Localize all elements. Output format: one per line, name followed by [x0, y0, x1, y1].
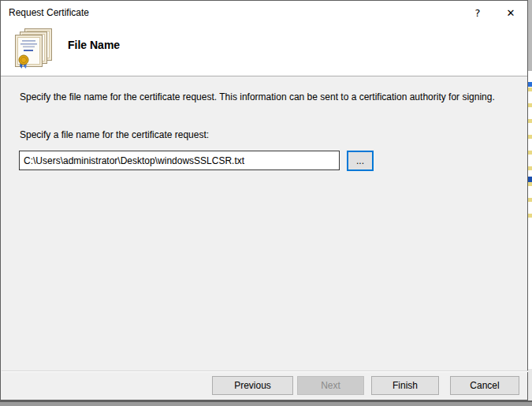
- close-icon: ✕: [507, 7, 515, 19]
- background-window-blue-mark: [528, 177, 532, 182]
- titlebar: Request Certificate ? ✕: [1, 1, 527, 24]
- next-button[interactable]: Next: [297, 376, 364, 395]
- background-window-bottom-strip: [0, 400, 532, 406]
- background-window-edge-top: [528, 0, 532, 71]
- help-button[interactable]: ?: [461, 1, 494, 24]
- request-certificate-dialog: Request Certificate ? ✕: [0, 0, 528, 400]
- background-window-blue-mark: [528, 82, 532, 87]
- help-icon: ?: [475, 7, 481, 19]
- cancel-button[interactable]: Cancel: [450, 376, 519, 395]
- window-title: Request Certificate: [1, 7, 89, 18]
- background-window-edge: [528, 0, 532, 406]
- finish-button[interactable]: Finish: [371, 376, 439, 395]
- close-button[interactable]: ✕: [494, 1, 527, 24]
- previous-button[interactable]: Previous: [212, 376, 293, 395]
- background-window-tree-icons: [528, 77, 532, 218]
- certificates-stack-icon: [12, 28, 53, 69]
- footer-separator: [2, 371, 528, 372]
- page-title: File Name: [68, 39, 120, 51]
- file-path-input[interactable]: [19, 151, 340, 170]
- wizard-header: File Name: [1, 24, 527, 76]
- file-name-label: Specify a file name for the certificate …: [20, 129, 209, 140]
- titlebar-controls: ? ✕: [461, 1, 527, 24]
- description-text: Specify the file name for the certificat…: [20, 90, 505, 104]
- browse-button[interactable]: ...: [347, 151, 374, 171]
